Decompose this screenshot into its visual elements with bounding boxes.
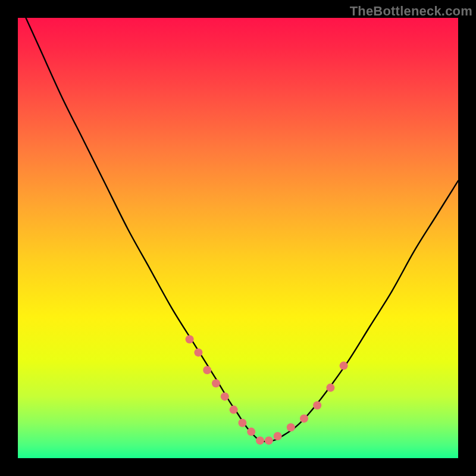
chart-stage: TheBottleneck.com bbox=[0, 0, 476, 476]
plot-area bbox=[18, 18, 458, 458]
gradient-background bbox=[18, 18, 458, 458]
watermark-text: TheBottleneck.com bbox=[350, 4, 472, 19]
svg-rect-0 bbox=[18, 18, 458, 458]
